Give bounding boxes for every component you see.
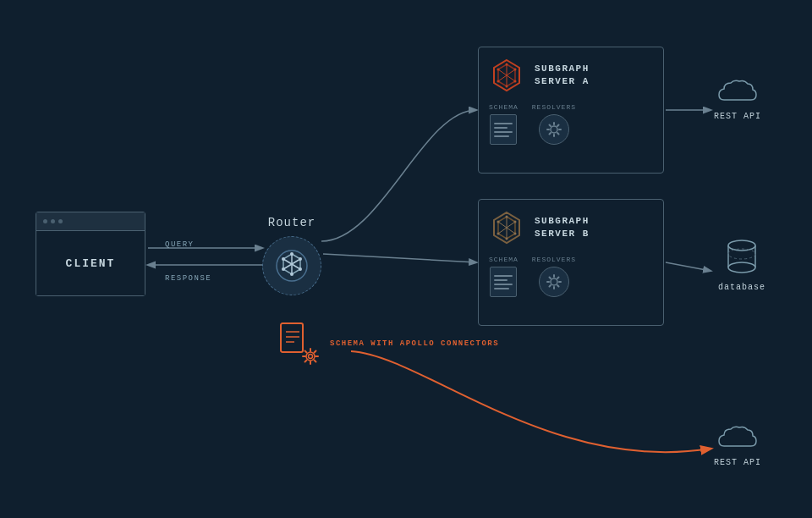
client-box-body: CLIENT (36, 231, 145, 295)
subgraph-box-a: SUBGRAPH SERVER A SCHEMA RESOLVERS (478, 47, 664, 174)
subgraph-a-footer: SCHEMA RESOLVERS (489, 103, 653, 145)
dot-2 (51, 219, 55, 223)
resolvers-b: RESOLVERS (532, 256, 576, 297)
svg-line-52 (549, 278, 551, 279)
svg-line-53 (557, 285, 559, 287)
router-label: Router (268, 216, 315, 229)
rest-api-bottom: REST API (714, 422, 761, 467)
svg-line-34 (557, 125, 559, 127)
schema-icon-a (490, 114, 517, 145)
gear-icon-b (545, 273, 563, 291)
query-label: QUERY (165, 235, 195, 251)
resolvers-icon-b (539, 267, 569, 297)
svg-line-54 (557, 278, 559, 279)
connectors-gear-icon (301, 347, 320, 366)
svg-point-43 (514, 233, 517, 235)
dot-1 (43, 219, 47, 223)
svg-line-69 (305, 361, 307, 362)
svg-point-41 (506, 216, 508, 218)
schema-a: SCHEMA (489, 103, 518, 145)
client-box: CLIENT (36, 212, 145, 296)
database-box: database (718, 237, 765, 292)
svg-line-67 (315, 361, 316, 362)
cloud-icon-bottom (716, 422, 760, 453)
connectors-box: SCHEMA WITH APOLLO CONNECTORS (279, 322, 499, 366)
svg-line-55 (549, 285, 551, 287)
subgraph-b-title: SUBGRAPH SERVER B (535, 215, 590, 241)
subgraph-b-footer: SCHEMA RESOLVERS (489, 256, 653, 297)
connectors-text: SCHEMA WITH APOLLO CONNECTORS (330, 339, 499, 348)
resolvers-icon-a (539, 114, 569, 145)
cloud-icon-top (716, 76, 760, 107)
resolvers-a: RESOLVERS (532, 103, 576, 145)
schema-b: SCHEMA (489, 256, 518, 297)
svg-rect-56 (281, 323, 303, 352)
svg-point-22 (514, 69, 517, 71)
architecture-diagram: CLIENT QUERY RESPONSE Router (0, 0, 812, 518)
subgraph-a-header: SUBGRAPH SERVER A (489, 58, 653, 93)
subgraph-box-b: SUBGRAPH SERVER B SCHEMA RESOLVERS (478, 199, 664, 326)
svg-point-14 (282, 267, 285, 271)
database-icon (724, 237, 760, 278)
svg-point-21 (506, 63, 508, 66)
svg-point-25 (497, 80, 500, 83)
apollo-icon-b (489, 210, 524, 245)
svg-line-32 (549, 125, 551, 127)
svg-line-35 (549, 133, 551, 135)
apollo-icon-a (489, 58, 524, 93)
svg-point-27 (551, 126, 557, 133)
schema-icon-b (490, 267, 517, 297)
svg-line-33 (557, 133, 559, 135)
router-circle (262, 236, 321, 295)
svg-point-24 (506, 85, 508, 88)
svg-point-10 (290, 252, 294, 256)
svg-line-68 (315, 351, 316, 353)
svg-point-26 (497, 69, 500, 71)
graphql-icon (273, 247, 310, 284)
svg-point-11 (299, 257, 302, 261)
svg-point-15 (282, 257, 285, 261)
connectors-icon-wrap (279, 322, 320, 366)
svg-point-73 (728, 262, 755, 273)
svg-point-13 (290, 273, 294, 276)
svg-point-46 (497, 221, 500, 223)
svg-line-4 (666, 262, 710, 271)
subgraph-a-title: SUBGRAPH SERVER A (535, 63, 590, 89)
gear-icon-a (545, 120, 563, 139)
rest-api-top: REST API (714, 76, 761, 121)
client-box-titlebar (36, 212, 145, 231)
router-container: Router (262, 216, 321, 295)
response-label: RESPONSE (165, 269, 211, 284)
dot-3 (58, 219, 63, 223)
svg-point-44 (506, 238, 508, 240)
svg-line-66 (305, 351, 307, 353)
svg-point-45 (497, 233, 500, 235)
svg-line-2 (323, 254, 476, 262)
svg-point-23 (514, 80, 517, 83)
svg-point-47 (551, 278, 557, 285)
svg-point-42 (514, 221, 517, 223)
svg-point-12 (299, 267, 302, 271)
svg-point-60 (306, 352, 315, 361)
subgraph-b-header: SUBGRAPH SERVER B (489, 210, 653, 245)
client-label: CLIENT (66, 257, 116, 270)
